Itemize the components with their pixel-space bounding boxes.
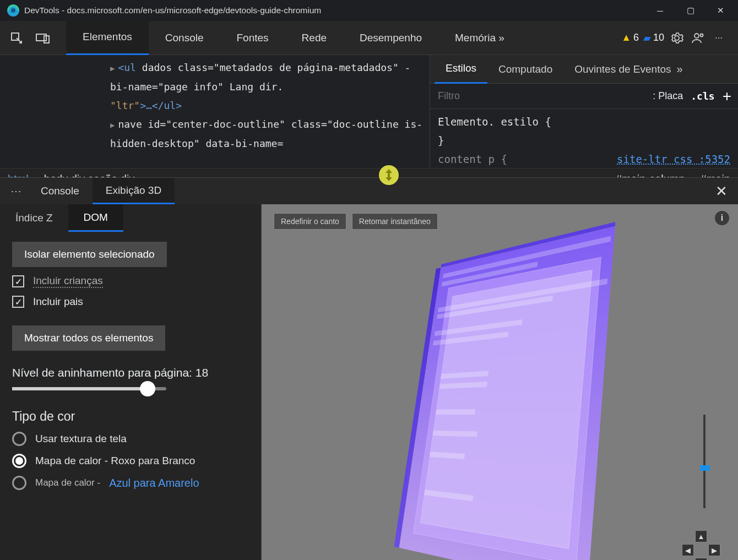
drawer-tab-console-label: Console: [41, 185, 79, 197]
tab-memory-label: Memória »: [455, 32, 504, 44]
messages-badge[interactable]: ▰ 10: [643, 32, 664, 44]
drawer-tab-console[interactable]: Console: [28, 178, 93, 204]
radio-screen-texture[interactable]: Usar textura de tela: [12, 432, 249, 446]
tab-network[interactable]: Rede: [285, 21, 343, 55]
tab-computed[interactable]: Computado: [487, 55, 563, 84]
messages-count: 10: [653, 32, 664, 44]
styles-rules[interactable]: Elemento. estilo { } content p { site-lt…: [430, 109, 738, 168]
nesting-label: Nível de aninhamento para página: 18: [12, 366, 249, 379]
tab-sources-label: Fontes: [237, 32, 269, 44]
drawer-tab-3dview-label: Exibição 3D: [106, 184, 161, 197]
dom-closetag: >…</ul>: [140, 100, 182, 111]
tab-styles-label: Estilos: [446, 62, 476, 74]
zoom-slider[interactable]: [702, 415, 707, 508]
more-menu-icon[interactable]: ⋯: [710, 30, 727, 46]
tab-dom-3d[interactable]: DOM: [68, 204, 123, 232]
drawer-close-button[interactable]: ✕: [710, 180, 732, 202]
tab-performance[interactable]: Desempenho: [343, 21, 438, 55]
svg-point-5: [694, 34, 699, 38]
pan-down-button[interactable]: ▼: [695, 558, 707, 560]
pan-right-button[interactable]: ▶: [708, 544, 720, 556]
settings-icon[interactable]: [669, 30, 685, 46]
dom-attrs: dados class="metadados de página-metadad…: [110, 62, 410, 93]
tab-sources[interactable]: Fontes: [220, 21, 285, 55]
checkbox-label: Incluir pais: [33, 296, 83, 308]
style-rule: Elemento. estilo {: [438, 112, 730, 131]
checkbox-icon: [12, 275, 24, 287]
style-rule: }: [438, 131, 730, 150]
radio-heatmap-purple[interactable]: Mapa de calor - Roxo para Branco: [12, 454, 249, 468]
tab-computed-label: Computado: [498, 63, 552, 75]
disclosure-icon[interactable]: ▶: [110, 64, 118, 73]
tab-dom-3d-label: DOM: [84, 211, 108, 224]
svg-point-6: [701, 34, 703, 36]
message-icon: ▰: [643, 32, 651, 44]
style-source-link[interactable]: site-ltr css :5352: [617, 150, 730, 168]
checkbox-label: Incluir crianças: [33, 275, 103, 288]
slider-thumb[interactable]: [140, 381, 155, 396]
inspect-element-icon[interactable]: [6, 27, 28, 49]
info-icon[interactable]: i: [715, 211, 729, 225]
devtools-icon: [7, 4, 20, 17]
styles-filter-input[interactable]: [430, 90, 653, 102]
retake-snapshot-button[interactable]: Retomar instantâneo: [352, 213, 438, 230]
nesting-slider[interactable]: [12, 387, 166, 390]
radio-label: Mapa de calor - Roxo para Branco: [35, 455, 195, 467]
styles-pane: Estilos Computado Ouvintes de Eventos» :…: [430, 55, 738, 168]
isolate-button[interactable]: Isolar elemento selecionado: [12, 242, 167, 267]
tab-zindex[interactable]: Índice Z: [0, 204, 68, 232]
resize-handle[interactable]: [379, 165, 399, 185]
cls-toggle[interactable]: .cls: [691, 90, 714, 102]
disclosure-icon[interactable]: ▶: [110, 121, 118, 129]
checkbox-include-children[interactable]: Incluir crianças: [12, 275, 249, 288]
radio-icon: [12, 432, 26, 446]
dom-tag: <ul: [118, 62, 136, 73]
tab-event-listeners[interactable]: Ouvintes de Eventos»: [563, 55, 693, 84]
device-toggle-icon[interactable]: [32, 27, 54, 49]
drawer-tab-3dview[interactable]: Exibição 3D: [93, 178, 175, 204]
tab-network-label: Rede: [302, 32, 327, 44]
radio-icon: [12, 454, 26, 468]
zoom-thumb[interactable]: [700, 465, 710, 471]
style-selector: content p {: [438, 150, 507, 168]
drawer: ⋯ Console Exibição 3D ✕ Índice Z DOM Iso…: [0, 177, 738, 560]
tab-console[interactable]: Console: [149, 21, 220, 55]
radio-label-prefix: Mapa de calor -: [35, 477, 100, 488]
dom-line: nave id="center-doc-outline" class="doc-…: [110, 118, 422, 149]
radio-label-link: Azul para Amarelo: [109, 477, 199, 490]
svg-rect-3: [36, 34, 46, 41]
tab-elements[interactable]: Elementos: [66, 21, 149, 55]
tab-events-label: Ouvintes de Eventos: [574, 63, 671, 75]
checkbox-include-parents[interactable]: Incluir pais: [12, 296, 249, 308]
color-type-heading: Tipo de cor: [12, 409, 249, 424]
profile-icon[interactable]: [690, 30, 706, 46]
dom-tree[interactable]: ▶<ul dados class="metadados de página-me…: [0, 55, 430, 168]
view3d-sidebar: Índice Z DOM Isolar elemento selecionado…: [0, 204, 262, 560]
checkbox-icon: [12, 296, 24, 308]
tab-console-label: Console: [165, 32, 204, 44]
dom-3d-model[interactable]: [399, 226, 615, 560]
view3d-viewport[interactable]: Redefinir o canto Retomar instantâneo i: [262, 204, 738, 560]
add-style-button[interactable]: +: [723, 88, 731, 105]
titlebar: DevTools - docs.microsoft.com/en-us/micr…: [0, 0, 738, 21]
tab-memory[interactable]: Memória »: [438, 21, 521, 55]
pan-up-button[interactable]: ▲: [695, 530, 707, 542]
hov-toggle[interactable]: : Placa: [653, 90, 683, 102]
reset-corner-button[interactable]: Redefinir o canto: [274, 213, 346, 230]
radio-heatmap-blue[interactable]: Mapa de calor - Azul para Amarelo: [12, 476, 249, 490]
tab-styles[interactable]: Estilos: [435, 55, 487, 84]
showall-button[interactable]: Mostrar todos os elementos: [12, 325, 165, 351]
pan-left-button[interactable]: ◀: [682, 544, 694, 556]
warnings-badge[interactable]: ▲ 6: [621, 32, 639, 44]
tab-performance-label: Desempenho: [360, 32, 422, 44]
elements-panel: ▶<ul dados class="metadados de página-me…: [0, 55, 738, 168]
dom-attr-value: "ltr": [110, 100, 140, 111]
radio-icon: [12, 476, 26, 490]
maximize-button[interactable]: ▢: [675, 0, 706, 21]
minimize-button[interactable]: ─: [645, 0, 675, 21]
more-tabs-icon[interactable]: »: [677, 63, 683, 75]
drawer-more-icon[interactable]: ⋯: [6, 184, 28, 198]
tab-zindex-label: Índice Z: [15, 212, 53, 224]
close-window-button[interactable]: ✕: [706, 0, 736, 21]
main-toolbar: Elementos Console Fontes Rede Desempenho…: [0, 21, 738, 55]
